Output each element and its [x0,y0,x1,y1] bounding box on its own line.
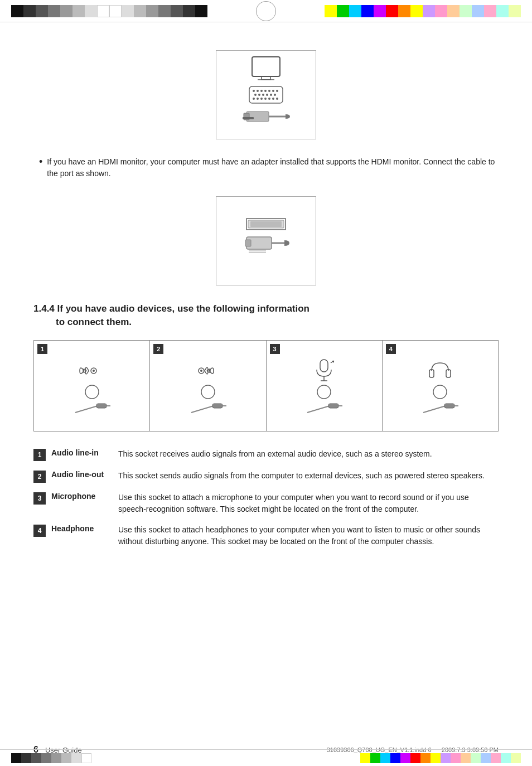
color-block [460,5,472,17]
svg-point-17 [253,98,255,100]
svg-point-37 [93,370,95,372]
cell-number-3: 3 [270,344,280,354]
cell-number-2: 2 [153,344,163,354]
microphone-icon [313,358,335,384]
cell-number-4: 4 [386,344,396,354]
color-block [36,5,48,17]
audio-cable-3 [304,400,344,425]
audio-descriptions: 1 Audio line-in This socket receives aud… [33,448,499,547]
headphone-icon [426,358,454,384]
section-heading-line1: 1.4.4 If you have audio devices, use the… [33,303,309,314]
svg-rect-58 [446,370,451,377]
desc-text-1: This socket receives audio signals from … [118,448,499,460]
color-block [461,753,471,763]
vga-port-symbol [246,84,286,106]
color-block [61,753,71,763]
desc-label-1: Audio line-in [51,448,118,457]
color-block [51,753,61,763]
audio-cable-4 [420,400,460,425]
audio-cable-1 [72,400,112,425]
color-block [511,753,521,763]
svg-rect-29 [250,221,282,227]
svg-point-9 [272,90,274,92]
audio-jack-circle-2 [200,384,216,400]
color-block [398,5,410,17]
bottom-color-blocks-right [360,753,521,763]
vga-diagram-box [216,50,316,139]
svg-point-6 [260,90,263,92]
svg-point-59 [433,385,447,399]
svg-point-22 [272,98,274,100]
color-block [390,753,400,763]
color-block [420,753,431,763]
section-heading-line2: to connect them. [56,316,499,329]
svg-point-7 [264,90,267,92]
svg-rect-24 [246,111,269,122]
color-block [325,5,337,17]
color-block [349,5,361,17]
hdmi-connector-diagram [33,196,499,285]
audio-jack-circle-4 [432,384,448,400]
audio-devices-grid: 1 2 [33,340,499,432]
svg-point-21 [268,98,270,100]
desc-text-3: Use this socket to attach a microphone t… [118,492,499,515]
hdmi-description: If you have an HDMI monitor, your comput… [47,156,499,180]
desc-num-1: 1 [33,449,46,461]
color-block [97,5,109,17]
svg-rect-0 [252,57,280,76]
color-block [361,5,374,17]
color-block [496,5,509,17]
hdmi-port-symbol [244,216,288,232]
svg-point-13 [262,94,264,96]
desc-row-3: 3 Microphone Use this socket to attach a… [33,492,499,515]
svg-point-44 [201,385,215,399]
desc-row-4: 4 Headphone Use this socket to attach he… [33,524,499,547]
hdmi-cable-illustration [241,232,291,266]
color-block [501,753,511,763]
svg-point-8 [268,90,270,92]
audio-jack-circle-1 [84,384,100,400]
color-block [447,5,460,17]
vga-cable-illustration [241,106,291,134]
svg-point-19 [260,98,263,100]
color-block [481,753,491,763]
color-block [410,753,420,763]
audio-line-out-icon [191,358,225,384]
color-block [509,5,521,17]
color-block [423,5,435,17]
desc-text-2: This socket sends audio signals from the… [118,470,499,482]
color-block [183,5,195,17]
desc-num-4: 4 [33,525,46,537]
color-block [386,5,398,17]
color-block [146,5,158,17]
color-block [360,753,370,763]
color-block [472,5,484,17]
audio-cell-3: 3 [267,341,383,431]
svg-point-12 [258,94,260,96]
color-block [435,5,447,17]
svg-rect-57 [429,370,434,377]
svg-point-5 [257,90,259,92]
color-block [81,753,91,763]
svg-rect-55 [328,404,338,408]
color-block [195,5,207,17]
color-block [337,5,349,17]
svg-rect-31 [245,240,251,246]
svg-rect-61 [444,404,454,408]
desc-num-3: 3 [33,492,46,505]
audio-line-in-icon [75,358,109,384]
color-block [370,753,380,763]
monitor-symbol [249,56,283,84]
color-block [410,5,423,17]
color-block [109,5,122,17]
desc-row-1: 1 Audio line-in This socket receives aud… [33,448,499,461]
registration-circle [256,1,276,21]
svg-point-20 [264,98,267,100]
desc-label-3: Microphone [51,492,118,501]
color-block [484,5,496,17]
color-block [380,753,390,763]
desc-label-4: Headphone [51,524,118,533]
color-block [134,5,146,17]
reg-mark-center [207,1,325,21]
audio-cell-4: 4 [383,341,498,431]
